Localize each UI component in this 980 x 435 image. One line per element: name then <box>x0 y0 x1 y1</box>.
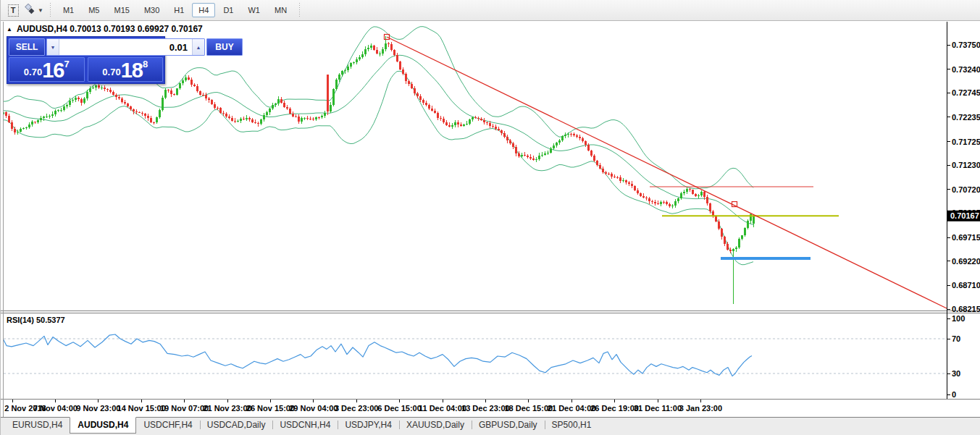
price-axis-label: 0.72745 <box>952 88 980 97</box>
buy-price-big: 18 <box>121 61 143 80</box>
mt4-window: T ▼ M1M5M15M30H1H4D1W1MN ▲ AUDUSD,H4 0.7… <box>0 0 980 435</box>
price-axis-label: 0.71725 <box>952 138 980 146</box>
chart-tab-EURUSD-H4[interactable]: EURUSD,H4 <box>5 418 70 433</box>
buy-button[interactable]: BUY <box>206 38 243 56</box>
sell-button[interactable]: SELL <box>9 38 45 56</box>
lot-decrease-button[interactable]: ▼ <box>47 39 59 55</box>
chart-tab-USDJPY-H4[interactable]: USDJPY,H4 <box>338 418 398 433</box>
time-axis-label: 3 Dec 23:00 <box>335 404 379 413</box>
chart-tab-XAUUSD-Daily[interactable]: XAUUSD,Daily <box>399 418 472 433</box>
sell-price-sup: 7 <box>64 59 69 69</box>
bollinger-lower-band <box>3 71 753 264</box>
price-axis-label: 0.69715 <box>952 233 980 242</box>
chart-tab-SP500-H1[interactable]: SP500,H1 <box>545 418 599 433</box>
sell-price-big: 16 <box>42 61 64 80</box>
time-axis-label: 21 Nov 23:00 <box>203 404 251 413</box>
price-axis-label: 0.68710 <box>952 281 980 290</box>
price-axis: 0.737500.732400.727450.722350.717250.712… <box>947 41 980 313</box>
chart-tab-AUDUSD-H4[interactable]: AUDUSD,H4 <box>70 417 136 434</box>
price-axis-label: 0.71230 <box>952 161 980 169</box>
buy-price-button[interactable]: 0.70188 <box>88 57 164 82</box>
price-axis-label: 0.73240 <box>952 65 980 74</box>
rsi-panel <box>1 334 947 376</box>
rsi-axis: 10070300 <box>947 314 966 399</box>
price-axis-label: 0.72235 <box>952 113 980 122</box>
rsi-indicator-label: RSI(14) 50.5377 <box>7 316 65 324</box>
buy-price-base: 0.70 <box>102 67 120 77</box>
price-axis-label: 0.68215 <box>952 305 980 313</box>
rsi-axis-label: 0 <box>952 390 956 399</box>
price-axis-label: 0.73750 <box>952 41 980 49</box>
chart-tabs-bar: EURUSD,H4AUDUSD,H4USDCHF,H4USDCAD,DailyU… <box>1 417 980 435</box>
current-price-tag: 0.70167 <box>947 211 980 221</box>
time-axis-label: 26 Dec 19:00 <box>590 404 639 413</box>
sell-price-button[interactable]: 0.70167 <box>9 57 85 82</box>
rsi-axis-label: 30 <box>952 369 960 378</box>
time-axis-label: 29 Nov 04:00 <box>289 404 338 413</box>
time-axis-label: 7 Nov 04:00 <box>33 404 78 413</box>
price-axis-label: 0.69220 <box>952 257 980 266</box>
time-axis-label: 19 Nov 07:00 <box>160 404 209 413</box>
chart-tab-USDCNH-H4[interactable]: USDCNH,H4 <box>272 418 338 433</box>
lot-increase-button[interactable]: ▲ <box>192 39 204 55</box>
time-axis-label: 3 Jan 23:00 <box>679 404 722 413</box>
svg-text:0.70167: 0.70167 <box>950 211 979 220</box>
time-axis-label: 21 Dec 04:00 <box>548 404 596 413</box>
time-axis-label: 14 Nov 15:00 <box>117 404 166 413</box>
lot-stepper: ▼ ▲ <box>46 38 205 56</box>
chart-ohlc-text: AUDUSD,H4 0.70013 0.70193 0.69927 0.7016… <box>17 24 203 34</box>
chart-tab-USDCHF-H4[interactable]: USDCHF,H4 <box>136 418 199 433</box>
rsi-axis-label: 100 <box>952 314 965 323</box>
time-axis-label: 26 Nov 15:00 <box>246 404 295 413</box>
chart-tab-USDCAD-Daily[interactable]: USDCAD,Daily <box>200 418 273 433</box>
time-axis-label: 6 Dec 15:00 <box>377 404 422 413</box>
time-axis-label: 9 Nov 23:00 <box>76 404 120 413</box>
time-axis-label: 18 Dec 15:00 <box>504 404 553 413</box>
time-axis-label: 13 Dec 23:00 <box>461 404 510 413</box>
chart-marker-icon: ▲ <box>7 26 12 33</box>
price-axis-label: 0.70720 <box>952 185 980 194</box>
chart-title: ▲ AUDUSD,H4 0.70013 0.70193 0.69927 0.70… <box>7 24 203 34</box>
rsi-line <box>1 334 752 376</box>
lot-size-input[interactable] <box>59 39 192 55</box>
one-click-trading-panel: SELL ▼ ▲ BUY 0.70167 0.70188 <box>7 36 165 84</box>
time-axis-label: 31 Dec 11:00 <box>634 404 682 413</box>
buy-price-sup: 8 <box>143 59 148 69</box>
time-axis: 2 Nov 20187 Nov 04:009 Nov 23:0014 Nov 1… <box>4 400 722 413</box>
time-axis-label: 11 Dec 04:00 <box>419 404 466 413</box>
chart-tab-GBPUSD-Daily[interactable]: GBPUSD,Daily <box>472 418 545 433</box>
rsi-axis-label: 70 <box>952 334 960 343</box>
sell-price-base: 0.70 <box>24 67 42 77</box>
